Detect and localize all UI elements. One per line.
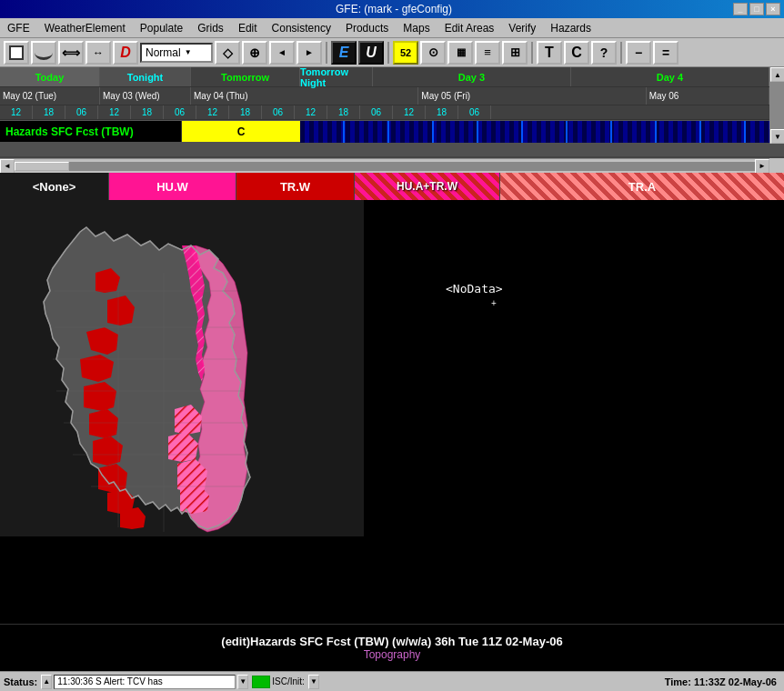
tl-hour-12: 12 xyxy=(393,105,426,119)
tl-date-may06: May 06 xyxy=(647,87,769,105)
dropdown-arrow-icon: ▼ xyxy=(185,48,192,56)
tl-hour-4: 18 xyxy=(131,105,164,119)
h-scroll-left-btn[interactable]: ◄ xyxy=(0,159,15,174)
menu-grids[interactable]: Grids xyxy=(190,18,231,37)
tl-hour-13: 18 xyxy=(426,105,458,119)
hazard-yellow-bar: C xyxy=(182,121,300,142)
scroll-down-arrow[interactable]: ▼ xyxy=(770,129,784,144)
tb-arrow-btn[interactable]: ↔ xyxy=(85,41,111,65)
tl-hour-7: 18 xyxy=(229,105,262,119)
tl-hour-8: 06 xyxy=(262,105,295,119)
menu-gfe[interactable]: GFE xyxy=(0,18,37,37)
tb-bars-btn[interactable]: ≡ xyxy=(475,41,500,65)
menu-verify[interactable]: Verify xyxy=(501,18,543,37)
status-scroll-down[interactable]: ▼ xyxy=(237,675,248,689)
timeline-hours: 12 18 06 12 18 06 12 18 06 12 18 06 12 1… xyxy=(0,105,769,120)
tb-52-btn[interactable]: 52 xyxy=(393,41,418,65)
menu-weather-element[interactable]: WeatherElement xyxy=(37,18,133,37)
tb-diamond-btn[interactable]: ◇ xyxy=(215,41,240,65)
tl-date-tue: May 02 (Tue) xyxy=(0,87,100,105)
scroll-up-arrow[interactable]: ▲ xyxy=(770,67,784,82)
tb-t-btn[interactable]: T xyxy=(537,41,562,65)
menu-products[interactable]: Products xyxy=(338,18,396,37)
tb-d-btn[interactable]: D xyxy=(113,41,138,65)
timeline-days: Today Tonight Tomorrow Tomorrow Night Da… xyxy=(0,67,769,87)
menu-edit-areas[interactable]: Edit Areas xyxy=(437,18,502,37)
status-left: Status: ▲ 11:30:36 S Alert: TCV has ▼ IS… xyxy=(0,675,658,689)
tb-expand-btn[interactable]: ⟺ xyxy=(58,41,84,65)
h-scroll-right-btn[interactable]: ► xyxy=(755,159,769,174)
title-bar: GFE: (mark - gfeConfig) _ □ × xyxy=(0,0,784,18)
h-scrollbar[interactable]: ◄ ► xyxy=(0,158,769,173)
status-message: 11:30:36 S Alert: TCV has xyxy=(54,675,236,689)
hazard-dotted-area xyxy=(300,121,784,143)
menu-maps[interactable]: Maps xyxy=(396,18,437,37)
tb-mode-dropdown[interactable]: Normal ▼ xyxy=(140,43,213,63)
tb-target-btn[interactable]: ⊕ xyxy=(242,41,267,65)
tl-hour-10: 18 xyxy=(327,105,360,119)
close-button[interactable]: × xyxy=(766,3,780,15)
tl-day-today: Today xyxy=(0,67,100,86)
menu-edit[interactable]: Edit xyxy=(231,18,265,37)
tl-hour-3: 12 xyxy=(98,105,131,119)
tl-date-wed: May 03 (Wed) xyxy=(100,87,191,105)
tb-prev-btn[interactable]: ◄ xyxy=(269,41,295,65)
tl-day-tonight: Tonight xyxy=(100,67,191,86)
tb-e-btn[interactable]: E xyxy=(331,41,357,65)
square-icon xyxy=(9,45,24,60)
maximize-button[interactable]: □ xyxy=(749,3,764,15)
tl-day-day4: Day 4 xyxy=(571,67,769,86)
map-info-line2: Topography xyxy=(364,648,421,661)
toolbar: ⟺ ↔ D Normal ▼ ◇ ⊕ ◄ ► E U 52 ⊙ ▦ ≡ ⊞ T … xyxy=(0,38,784,67)
menu-populate[interactable]: Populate xyxy=(133,18,190,37)
minimize-button[interactable]: _ xyxy=(733,3,748,15)
tb-grid-btn[interactable]: ▦ xyxy=(447,41,473,65)
tl-hour-6: 12 xyxy=(196,105,229,119)
tb-c-btn[interactable]: C xyxy=(564,41,589,65)
hazard-vertical-lines xyxy=(300,121,784,143)
tl-hour-9: 12 xyxy=(295,105,327,119)
timeline-area: Today Tonight Tomorrow Tomorrow Night Da… xyxy=(0,67,784,158)
florida-map xyxy=(0,200,364,536)
tb-square-btn[interactable] xyxy=(4,41,29,65)
legend-none[interactable]: <None> xyxy=(0,173,109,200)
tb-next-btn[interactable]: ► xyxy=(297,41,322,65)
tl-hour-5: 06 xyxy=(164,105,196,119)
tb-curve-btn[interactable] xyxy=(31,41,56,65)
status-scroll-up[interactable]: ▲ xyxy=(41,675,52,689)
menu-consistency[interactable]: Consistency xyxy=(265,18,338,37)
tb-mosaic-btn[interactable]: ⊞ xyxy=(502,41,528,65)
map-area: <NoData> + (edit)Hazards SFC Fcst (TBW) … xyxy=(0,200,784,671)
legend-trw[interactable]: TR.W xyxy=(236,173,355,200)
legend-row: <None> HU.W TR.W HU.A+TR.W TR.A xyxy=(0,173,784,200)
h-scroll-thumb[interactable] xyxy=(15,162,69,171)
tb-help-btn[interactable]: ? xyxy=(591,41,617,65)
tl-hour-11: 06 xyxy=(360,105,393,119)
tb-equals-btn[interactable]: = xyxy=(653,41,678,65)
tl-hour-2: 06 xyxy=(65,105,98,119)
menu-hazards[interactable]: Hazards xyxy=(543,18,598,37)
legend-huw-trw[interactable]: HU.A+TR.W xyxy=(355,173,500,200)
tb-mode-value: Normal xyxy=(146,46,181,59)
status-green-indicator xyxy=(252,676,270,688)
menu-bar: GFE WeatherElement Populate Grids Edit C… xyxy=(0,18,784,38)
tl-day-day3: Day 3 xyxy=(373,67,571,86)
tl-hour-1: 18 xyxy=(33,105,65,119)
toolbar-separator-2 xyxy=(387,42,389,64)
legend-huw[interactable]: HU.W xyxy=(109,173,236,200)
map-info-bar: (edit)Hazards SFC Fcst (TBW) (w/w/a) 36h… xyxy=(0,624,784,671)
tb-u-btn[interactable]: U xyxy=(358,41,384,65)
window-controls[interactable]: _ □ × xyxy=(733,3,780,15)
window-title: GFE: (mark - gfeConfig) xyxy=(55,3,733,15)
status-bar: Status: ▲ 11:30:36 S Alert: TCV has ▼ IS… xyxy=(0,671,784,691)
legend-tra[interactable]: TR.A xyxy=(500,173,784,200)
scroll-track[interactable] xyxy=(770,82,784,129)
status-isc-scroll[interactable]: ▼ xyxy=(308,675,319,689)
tb-circle-btn[interactable]: ⊙ xyxy=(420,41,446,65)
h-scroll-track[interactable] xyxy=(15,162,755,171)
hazard-label: Hazards SFC Fcst (TBW) xyxy=(0,121,182,142)
tb-minus-btn[interactable]: − xyxy=(626,41,651,65)
cursor-crosshair: + xyxy=(491,298,497,308)
tl-date-thu: May 04 (Thu) xyxy=(191,87,418,105)
timeline-scrollbar[interactable]: ▲ ▼ xyxy=(769,67,784,144)
